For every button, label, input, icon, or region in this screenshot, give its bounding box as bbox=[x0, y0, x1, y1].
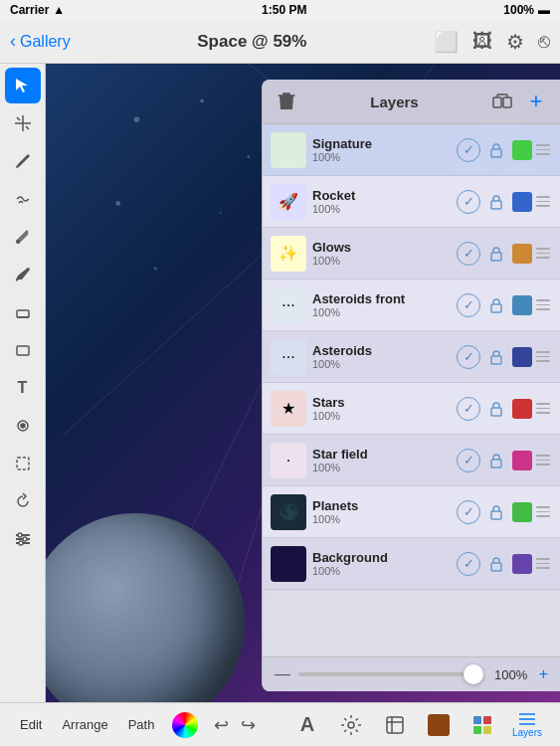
color-wheel[interactable] bbox=[172, 712, 198, 738]
layer-drag-handle[interactable] bbox=[536, 242, 552, 266]
smudge-tool[interactable] bbox=[5, 181, 41, 217]
redo-button[interactable]: ↪ bbox=[237, 714, 260, 736]
layer-row[interactable]: ···Asteroids front100%✓ bbox=[263, 280, 560, 331]
layer-name: Asteroids bbox=[312, 343, 451, 358]
layer-color-button[interactable] bbox=[512, 554, 532, 574]
layer-info: Asteroids100% bbox=[312, 343, 451, 370]
layer-opacity: 100% bbox=[312, 203, 451, 215]
layer-row[interactable]: ✨Glows100%✓ bbox=[263, 228, 560, 280]
layer-lock-button[interactable] bbox=[484, 397, 508, 421]
layer-row[interactable]: 🌑Planets100%✓ bbox=[263, 486, 560, 538]
layer-row[interactable]: ★Stars100%✓ bbox=[263, 383, 560, 435]
layer-row[interactable]: Background100%✓ bbox=[263, 538, 560, 590]
layer-info: Signature100% bbox=[312, 136, 451, 163]
path-menu[interactable]: Path bbox=[118, 703, 165, 747]
layer-lock-button[interactable] bbox=[484, 552, 508, 576]
layer-color-button[interactable] bbox=[512, 347, 532, 367]
layer-drag-handle[interactable] bbox=[536, 293, 552, 317]
font-button[interactable]: A bbox=[285, 703, 329, 747]
layer-lock-button[interactable] bbox=[484, 293, 508, 317]
layer-drag-handle[interactable] bbox=[536, 190, 552, 214]
pattern-button[interactable] bbox=[461, 703, 504, 747]
layer-visibility-button[interactable]: ✓ bbox=[457, 138, 480, 162]
layer-opacity: 100% bbox=[312, 151, 451, 163]
layer-color-button[interactable] bbox=[512, 451, 532, 470]
rotate-tool[interactable] bbox=[5, 483, 41, 519]
layer-controls: ✓ bbox=[457, 500, 552, 524]
select-tool[interactable] bbox=[5, 68, 41, 103]
color-swatch-button[interactable] bbox=[417, 703, 461, 747]
eraser-tool[interactable] bbox=[5, 294, 41, 330]
shape-tool[interactable] bbox=[5, 332, 41, 368]
layer-controls: ✓ bbox=[457, 138, 552, 162]
layer-drag-handle[interactable] bbox=[536, 500, 552, 524]
layer-visibility-button[interactable]: ✓ bbox=[457, 500, 480, 524]
adjustments-tool[interactable] bbox=[5, 521, 41, 557]
layer-row[interactable]: ·Star field100%✓ bbox=[263, 435, 560, 486]
image-icon[interactable]: 🖼 bbox=[472, 30, 492, 53]
layer-color-button[interactable] bbox=[512, 502, 532, 522]
layer-color-button[interactable] bbox=[512, 295, 532, 315]
undo-button[interactable]: ↩ bbox=[206, 714, 237, 736]
edit-menu[interactable]: Edit bbox=[10, 703, 52, 747]
layer-visibility-button[interactable]: ✓ bbox=[457, 397, 480, 421]
svg-rect-58 bbox=[473, 716, 481, 724]
opacity-slider-thumb[interactable] bbox=[464, 664, 483, 684]
back-label: Gallery bbox=[20, 33, 71, 51]
layers-panel: Layers + Signature100%✓🚀Rocket100%✓✨Glow… bbox=[262, 80, 560, 691]
layer-drag-handle[interactable] bbox=[536, 552, 552, 576]
layers-button[interactable]: Layers bbox=[504, 710, 550, 740]
crop-icon[interactable]: ⬜ bbox=[434, 30, 459, 54]
layer-color-button[interactable] bbox=[512, 244, 532, 264]
layer-color-button[interactable] bbox=[512, 399, 532, 419]
pen-tool[interactable] bbox=[5, 257, 41, 292]
opacity-decrease-button[interactable]: — bbox=[275, 665, 290, 683]
layer-lock-button[interactable] bbox=[484, 345, 508, 369]
layer-visibility-button[interactable]: ✓ bbox=[457, 449, 480, 472]
group-layers-button[interactable] bbox=[488, 88, 516, 115]
layer-row[interactable]: 🚀Rocket100%✓ bbox=[263, 176, 560, 228]
add-layer-button[interactable]: + bbox=[522, 88, 550, 115]
layer-lock-button[interactable] bbox=[484, 138, 508, 162]
eyedropper-tool[interactable] bbox=[5, 219, 41, 255]
layer-color-button[interactable] bbox=[512, 140, 532, 160]
text-tool[interactable]: T bbox=[5, 370, 41, 406]
layer-controls: ✓ bbox=[457, 242, 552, 266]
color-picker-tool[interactable] bbox=[5, 408, 41, 444]
layer-row[interactable]: ···Asteroids100%✓ bbox=[263, 331, 560, 383]
brush-tool[interactable] bbox=[5, 143, 41, 179]
layer-lock-button[interactable] bbox=[484, 190, 508, 214]
back-button[interactable]: ‹ Gallery bbox=[10, 31, 71, 52]
layer-drag-handle[interactable] bbox=[536, 449, 552, 472]
layer-row[interactable]: Signature100%✓ bbox=[263, 124, 560, 176]
layer-lock-button[interactable] bbox=[484, 500, 508, 524]
layer-drag-handle[interactable] bbox=[536, 397, 552, 421]
opacity-increase-button[interactable]: + bbox=[539, 665, 548, 683]
share-icon[interactable]: ⎋ bbox=[538, 30, 550, 53]
document-title: Space @ 59% bbox=[197, 32, 306, 52]
settings-button[interactable] bbox=[329, 703, 373, 747]
layer-visibility-button[interactable]: ✓ bbox=[457, 293, 480, 317]
layer-visibility-button[interactable]: ✓ bbox=[457, 552, 480, 576]
layer-controls: ✓ bbox=[457, 190, 552, 214]
transform-tool[interactable] bbox=[5, 105, 41, 141]
layer-lock-button[interactable] bbox=[484, 242, 508, 266]
delete-layer-button[interactable] bbox=[273, 88, 300, 115]
layer-visibility-button[interactable]: ✓ bbox=[457, 345, 480, 369]
layer-name: Signature bbox=[312, 136, 451, 151]
layer-drag-handle[interactable] bbox=[536, 138, 552, 162]
layer-drag-handle[interactable] bbox=[536, 345, 552, 369]
layer-color-button[interactable] bbox=[512, 192, 532, 212]
layer-opacity: 100% bbox=[312, 410, 451, 422]
layer-opacity: 100% bbox=[312, 513, 451, 525]
arrange-menu[interactable]: Arrange bbox=[52, 703, 117, 747]
svg-point-27 bbox=[115, 201, 120, 206]
layer-visibility-button[interactable]: ✓ bbox=[457, 190, 480, 214]
layer-visibility-button[interactable]: ✓ bbox=[457, 242, 480, 266]
opacity-value: 100% bbox=[491, 667, 531, 682]
settings-icon[interactable]: ⚙ bbox=[506, 30, 524, 54]
opacity-slider-track[interactable] bbox=[298, 672, 483, 676]
import-button[interactable] bbox=[373, 703, 417, 747]
selection-tool[interactable] bbox=[5, 446, 41, 481]
layer-lock-button[interactable] bbox=[484, 449, 508, 472]
